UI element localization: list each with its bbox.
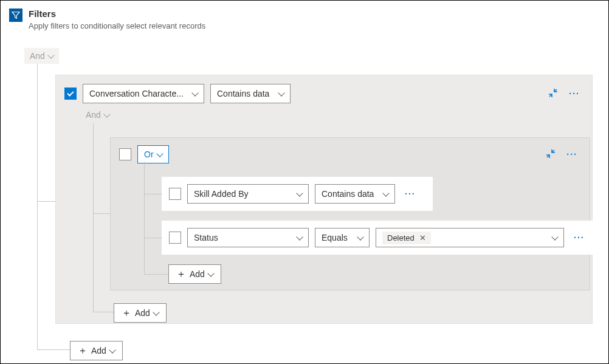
chevron-down-icon: [156, 150, 163, 157]
condition2-value-select[interactable]: Deleted ✕: [376, 228, 564, 247]
group1-operator-label: Contains data: [217, 89, 269, 98]
add-label: Add: [135, 308, 150, 318]
filter-icon: [9, 9, 22, 22]
checkmark-icon: [67, 89, 74, 96]
tag-remove-icon[interactable]: ✕: [419, 233, 426, 242]
tree-line: [37, 201, 55, 202]
condition1-checkbox[interactable]: [169, 188, 181, 200]
plus-icon: ＋: [122, 308, 131, 318]
more-icon[interactable]: ···: [574, 233, 585, 242]
tree-line: [37, 64, 38, 349]
chevron-down-icon: [153, 309, 159, 315]
group2-operator-label: Or: [144, 149, 154, 159]
more-icon[interactable]: ···: [405, 189, 416, 199]
chevron-down-icon: [103, 111, 110, 117]
value-tag-label: Deleted: [387, 233, 415, 242]
condition1-field-label: Skill Added By: [194, 189, 249, 199]
add-button-mid[interactable]: ＋ Add: [114, 303, 167, 323]
plus-icon: ＋: [78, 346, 88, 355]
chevron-down-icon: [109, 346, 115, 353]
chevron-down-icon: [357, 233, 363, 240]
condition1-field-select[interactable]: Skill Added By: [187, 184, 309, 204]
group1-child-operator-dropdown[interactable]: And: [86, 110, 109, 120]
filters-header: Filters Apply filters to conditionally s…: [9, 8, 600, 30]
group1-field-label: Conversation Characte...: [89, 89, 184, 98]
tree-line: [37, 349, 70, 350]
chevron-down-icon: [207, 270, 214, 276]
tree-line: [144, 238, 162, 238]
condition2-checkbox[interactable]: [169, 232, 181, 244]
condition-row: Status Equals Deleted ✕ ···: [162, 221, 593, 255]
chevron-down-icon: [191, 89, 198, 96]
collapse-icon[interactable]: [546, 149, 556, 160]
group2-operator-dropdown[interactable]: Or: [137, 145, 169, 163]
plus-icon: ＋: [176, 269, 186, 279]
tree-line: [144, 274, 168, 275]
condition1-operator-select[interactable]: Contains data: [315, 184, 395, 204]
collapse-icon[interactable]: [548, 88, 558, 100]
page-title: Filters: [29, 8, 205, 20]
more-icon[interactable]: ···: [569, 89, 580, 98]
condition2-operator-select[interactable]: Equals: [315, 228, 370, 247]
tree-line: [144, 194, 162, 194]
root-operator-dropdown[interactable]: And: [24, 48, 59, 64]
tree-line: [93, 312, 114, 312]
value-tag: Deleted ✕: [382, 232, 431, 244]
more-icon[interactable]: ···: [566, 149, 577, 159]
chevron-down-icon: [382, 190, 389, 196]
chevron-down-icon: [551, 233, 558, 240]
condition2-field-select[interactable]: Status: [187, 228, 309, 247]
group1-field-select[interactable]: Conversation Characte...: [83, 84, 204, 103]
condition-row: Skill Added By Contains data ···: [162, 177, 433, 211]
condition2-operator-label: Equals: [322, 233, 348, 242]
add-button-inner[interactable]: ＋ Add: [168, 264, 221, 284]
group1-child-operator-label: And: [86, 110, 101, 120]
chevron-down-icon: [296, 190, 303, 196]
tree-line: [93, 123, 94, 312]
tree-line: [144, 162, 145, 274]
chevron-down-icon: [47, 52, 54, 58]
page-subtitle: Apply filters to conditionally select re…: [29, 21, 205, 30]
group1-operator-select[interactable]: Contains data: [210, 84, 291, 103]
condition2-field-label: Status: [194, 233, 218, 242]
add-button-outer[interactable]: ＋ Add: [70, 341, 123, 360]
tree-line: [93, 213, 110, 214]
chevron-down-icon: [296, 233, 303, 240]
add-label: Add: [91, 346, 106, 355]
group1-checkbox[interactable]: [64, 88, 77, 100]
chevron-down-icon: [278, 89, 284, 96]
add-label: Add: [190, 269, 205, 279]
condition1-operator-label: Contains data: [322, 189, 374, 199]
group2-checkbox[interactable]: [119, 148, 131, 160]
root-operator-label: And: [30, 51, 45, 61]
